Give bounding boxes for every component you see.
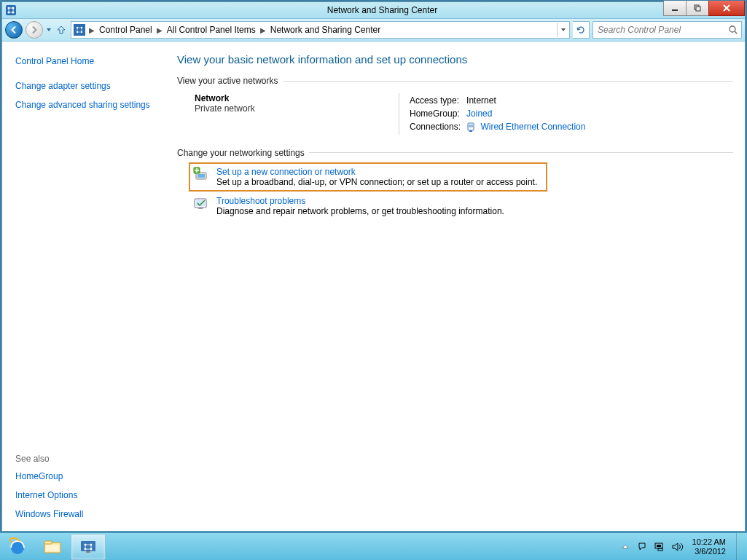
active-network-panel: Network Private network Access type: Int… — [195, 93, 733, 135]
volume-tray-icon[interactable] — [672, 541, 684, 553]
show-desktop-button[interactable] — [736, 533, 743, 561]
clock-date: 3/6/2012 — [692, 547, 726, 556]
access-type-value: Internet — [466, 95, 590, 106]
change-settings-header: Change your networking settings — [177, 148, 733, 158]
network-name: Network — [195, 93, 399, 103]
clock-time: 10:22 AM — [692, 537, 726, 547]
taskbar-control-panel-button[interactable] — [71, 534, 106, 560]
svg-rect-30 — [81, 541, 95, 551]
svg-rect-26 — [12, 547, 23, 549]
history-dropdown[interactable] — [46, 21, 52, 39]
see-also-header: See also — [15, 454, 161, 464]
svg-point-12 — [730, 26, 735, 32]
sidebar-link-sharing[interactable]: Change advanced sharing settings — [15, 100, 161, 110]
minimize-button[interactable] — [663, 1, 687, 16]
connections-label: Connections: — [410, 121, 465, 133]
svg-rect-35 — [86, 551, 90, 553]
action-center-icon[interactable] — [637, 541, 649, 553]
set-up-connection-item[interactable]: Set up a new connection or network Set u… — [189, 162, 547, 192]
new-connection-icon — [193, 167, 209, 183]
active-networks-label: View your active networks — [177, 76, 278, 86]
change-settings-label: Change your networking settings — [177, 148, 305, 158]
svg-rect-0 — [6, 5, 16, 15]
see-also-firewall[interactable]: Windows Firewall — [15, 509, 161, 519]
taskbar-explorer-button[interactable] — [36, 535, 69, 559]
setting-desc: Set up a broadband, dial-up, or VPN conn… — [216, 177, 537, 187]
svg-rect-29 — [46, 545, 59, 551]
svg-line-13 — [735, 31, 738, 34]
control-panel-home-link[interactable]: Control Panel Home — [15, 56, 161, 66]
breadcrumb-segment[interactable]: All Control Panel Items — [164, 25, 259, 35]
window-buttons — [664, 1, 745, 16]
troubleshoot-item[interactable]: Troubleshoot problems Diagnose and repai… — [189, 192, 733, 221]
window-icon — [5, 4, 17, 16]
refresh-button[interactable] — [573, 21, 590, 39]
settings-list: Set up a new connection or network Set u… — [189, 162, 733, 221]
window-body: Control Panel Home Change adapter settin… — [2, 42, 745, 531]
forward-button[interactable] — [26, 21, 43, 39]
active-networks-header: View your active networks — [177, 76, 733, 86]
control-panel-icon — [74, 24, 85, 36]
network-type: Private network — [195, 103, 399, 114]
svg-rect-38 — [658, 548, 662, 551]
setting-title: Troubleshoot problems — [216, 196, 504, 206]
address-dropdown[interactable] — [557, 23, 569, 37]
breadcrumb-segment[interactable]: Network and Sharing Center — [267, 25, 383, 35]
up-button[interactable] — [55, 23, 68, 36]
connection-link[interactable]: Wired Ethernet Connection — [480, 122, 585, 132]
sidebar: Control Panel Home Change adapter settin… — [2, 42, 168, 531]
svg-rect-24 — [198, 208, 203, 209]
tray-overflow-icon[interactable] — [619, 541, 631, 553]
nav-row: ▶ Control Panel ▶ All Control Panel Item… — [2, 19, 745, 42]
breadcrumb-segment[interactable]: Control Panel — [96, 25, 155, 35]
page-title: View your basic network information and … — [177, 53, 733, 66]
network-tray-icon[interactable] — [654, 541, 666, 553]
svg-rect-28 — [44, 541, 52, 544]
svg-rect-20 — [197, 174, 205, 178]
see-also-internet-options[interactable]: Internet Options — [15, 490, 161, 500]
sidebar-link-adapter[interactable]: Change adapter settings — [15, 81, 161, 91]
ethernet-icon — [466, 122, 475, 133]
search-icon[interactable] — [728, 25, 738, 35]
access-type-label: Access type: — [410, 95, 465, 106]
taskbar: 10:22 AM 3/6/2012 — [0, 532, 747, 560]
back-button[interactable] — [5, 21, 23, 39]
taskbar-clock[interactable]: 10:22 AM 3/6/2012 — [689, 537, 729, 556]
maximize-button[interactable] — [686, 1, 709, 16]
search-box[interactable] — [592, 21, 742, 39]
address-bar[interactable]: ▶ Control Panel ▶ All Control Panel Item… — [71, 21, 570, 39]
chevron-right-icon[interactable]: ▶ — [155, 26, 164, 34]
titlebar: Network and Sharing Center — [2, 2, 745, 19]
see-also-homegroup[interactable]: HomeGroup — [15, 471, 161, 481]
svg-rect-15 — [469, 130, 472, 132]
close-button[interactable] — [708, 1, 745, 16]
svg-rect-7 — [696, 7, 700, 11]
chevron-right-icon[interactable]: ▶ — [259, 26, 267, 34]
window: Network and Sharing Center — [1, 1, 746, 532]
window-title: Network and Sharing Center — [20, 5, 745, 15]
setting-title: Set up a new connection or network — [216, 167, 537, 177]
search-input[interactable] — [596, 24, 716, 36]
homegroup-link[interactable]: Joined — [466, 109, 492, 119]
setting-desc: Diagnose and repair network problems, or… — [216, 206, 504, 216]
main-content: View your basic network information and … — [168, 42, 745, 531]
troubleshoot-icon — [193, 196, 209, 212]
taskbar-ie-button[interactable] — [1, 535, 34, 559]
homegroup-label: HomeGroup: — [410, 108, 465, 119]
svg-rect-37 — [657, 545, 661, 547]
chevron-right-icon[interactable]: ▶ — [87, 26, 96, 34]
